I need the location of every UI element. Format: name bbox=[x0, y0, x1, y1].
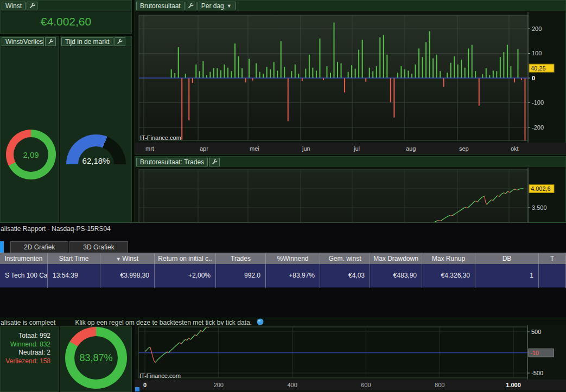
column-header-trades[interactable]: Trades bbox=[216, 253, 266, 265]
row-cell-pct-winnend[interactable]: +83,97% bbox=[266, 264, 320, 288]
row-cell-gem-winst[interactable]: €4,03 bbox=[320, 264, 370, 288]
panel-daily-result: Brutoresultaat Per dag ▼ IT-Finance.comm… bbox=[135, 0, 566, 155]
period-dropdown[interactable]: Per dag ▼ bbox=[198, 2, 236, 10]
report-result-row[interactable]: S Tech 100 Ca..13:54:39€3.998,30+2,00%99… bbox=[0, 264, 566, 288]
backtest-app: Winst €4.002,60 Winst/Verlies... 2,09 Ti… bbox=[0, 0, 566, 392]
axis-tick-label: 200 bbox=[214, 382, 224, 388]
chevron-down-icon: ▼ bbox=[227, 3, 232, 9]
axis-tick-label: 400 bbox=[287, 382, 297, 388]
column-header-db[interactable]: DB bbox=[475, 253, 539, 265]
equity-trades-line-chart[interactable]: 3.5004.002,6 bbox=[135, 168, 566, 223]
report-tabs: 2D Grafiek3D Grafiek bbox=[0, 241, 129, 253]
winloss-ratio-value: 2,09 bbox=[23, 150, 39, 159]
row-cell-return-initial[interactable]: +2,00% bbox=[155, 264, 216, 288]
trade-stats-list: Totaal: 992Winnend: 832Neutraal: 2Verlie… bbox=[1, 332, 55, 365]
svg-text:-10: -10 bbox=[530, 350, 539, 356]
wrench-icon[interactable] bbox=[115, 37, 125, 46]
panel-equity-trades-header: Brutoresultaat: Trades bbox=[135, 157, 565, 168]
column-header-max-runup[interactable]: Max Runup bbox=[422, 253, 475, 265]
axis-tick-label: 100 bbox=[532, 50, 542, 56]
wrench-icon[interactable] bbox=[186, 2, 196, 10]
time-in-market-gauge: 62,18% bbox=[66, 134, 126, 165]
row-cell-max-drawdown[interactable]: €483,90 bbox=[370, 264, 422, 288]
tab-2d-grafiek[interactable]: 2D Grafiek bbox=[10, 241, 68, 253]
row-cell-winst[interactable]: €3.998,30 bbox=[100, 264, 155, 288]
column-header-return-initial[interactable]: Return on initial c.. bbox=[155, 253, 216, 265]
column-header-max-drawdown[interactable]: Max Drawdown bbox=[370, 253, 422, 265]
stat-neutraal: Neutraal: 2 bbox=[1, 349, 55, 357]
total-profit-value: €4.002,60 bbox=[1, 15, 131, 28]
win-percentage-donut: 83,87% bbox=[65, 327, 127, 389]
month-label: okt bbox=[511, 145, 519, 152]
sort-desc-icon: ▼ bbox=[116, 256, 122, 262]
month-label: jul bbox=[353, 145, 360, 152]
backtest-equity-line-chart[interactable]: IT-Finance.com02004006008001.000500-500-… bbox=[135, 325, 566, 392]
row-cell-start-time[interactable]: 13:54:39 bbox=[48, 264, 100, 288]
daily-result-bar-chart[interactable]: IT-Finance.commrtaprmeijunjulaugsepokt20… bbox=[135, 12, 566, 155]
wrench-icon[interactable] bbox=[45, 37, 56, 46]
panel-equity-trades: Brutoresultaat: Trades 3.5004.002,6 bbox=[135, 156, 566, 222]
watermark: IT-Finance.com bbox=[140, 134, 181, 141]
column-header-gem-winst[interactable]: Gem. winst bbox=[320, 253, 370, 265]
panel-winloss-title: Winst/Verlies... bbox=[2, 37, 44, 46]
row-cell-trades[interactable]: 992.0 bbox=[216, 264, 266, 288]
column-header-start-time[interactable]: Start Time bbox=[48, 253, 100, 265]
wrench-icon[interactable] bbox=[27, 2, 37, 10]
panel-winloss: Winst/Verlies... 2,09 bbox=[0, 36, 59, 222]
row-cell-db[interactable]: 1 bbox=[475, 264, 539, 288]
row-cell-instrumenten[interactable]: S Tech 100 Ca.. bbox=[0, 264, 48, 288]
svg-text:4.002,6: 4.002,6 bbox=[531, 185, 551, 192]
report-header-row: InstrumentenStart Time▼ WinstReturn on i… bbox=[0, 253, 566, 264]
time-in-market-value: 62,18% bbox=[66, 156, 126, 165]
axis-tick-label: 200 bbox=[532, 25, 542, 32]
row-cell-max-runup[interactable]: €4.326,30 bbox=[422, 264, 475, 288]
axis-tick-label: 600 bbox=[361, 382, 371, 388]
month-label: jun bbox=[302, 145, 310, 152]
axis-tick-label: 800 bbox=[435, 382, 444, 388]
panel-time-in-market: Tijd in de markt 62,18% bbox=[60, 36, 132, 222]
axis-tick-label: 3.500 bbox=[532, 204, 547, 211]
panel-backtest-equity: IT-Finance.com02004006008001.000500-500-… bbox=[135, 325, 566, 392]
panel-time-in-market-title: Tijd in de markt bbox=[61, 37, 113, 46]
winloss-ratio-donut: 2,09 bbox=[6, 130, 56, 179]
month-label: sep bbox=[459, 145, 469, 152]
axis-tick-label: -500 bbox=[531, 370, 543, 376]
period-dropdown-value: Per dag bbox=[201, 2, 224, 10]
report-title: alisatie Rapport - Nasdaq-PS-15RS04 bbox=[1, 225, 111, 233]
panel-winst-header: Winst bbox=[1, 1, 131, 11]
column-header-t[interactable]: T bbox=[539, 253, 566, 265]
column-header-winst[interactable]: ▼ Winst bbox=[100, 253, 155, 265]
month-label: mrt bbox=[145, 145, 154, 152]
panel-equity-trades-title: Brutoresultaat: Trades bbox=[136, 158, 208, 166]
status-complete-text: alisatie is compleet bbox=[1, 319, 55, 326]
panel-daily-result-title: Brutoresultaat bbox=[136, 2, 185, 10]
column-header-pct-winnend[interactable]: %Winnend bbox=[266, 253, 320, 265]
tab-3d-grafiek[interactable]: 3D Grafiek bbox=[69, 241, 128, 253]
optimization-report: alisatie Rapport - Nasdaq-PS-15RS04 2D G… bbox=[0, 222, 566, 318]
watermark: IT-Finance.com bbox=[139, 372, 181, 379]
axis-tick-label: 0 bbox=[532, 75, 535, 81]
svg-text:40,25: 40,25 bbox=[531, 65, 546, 72]
axis-tick-label: -200 bbox=[532, 124, 544, 131]
panel-daily-result-header: Brutoresultaat Per dag ▼ bbox=[135, 1, 565, 11]
stat-verliezend: Verliezend: 158 bbox=[1, 357, 55, 366]
panel-winst-title: Winst bbox=[2, 2, 26, 10]
panel-time-in-market-header: Tijd in de markt bbox=[60, 36, 131, 47]
wrench-icon[interactable] bbox=[209, 158, 220, 166]
panel-win-percentage: 83,87% bbox=[60, 326, 132, 392]
axis-tick-label: -100 bbox=[532, 99, 544, 106]
axis-tick-label: 1.000 bbox=[506, 382, 521, 388]
chart-tool-icon[interactable] bbox=[135, 387, 139, 391]
panel-trade-stats: Totaal: 992Winnend: 832Neutraal: 2Verlie… bbox=[0, 326, 59, 392]
panel-winst: Winst €4.002,60 bbox=[0, 0, 132, 34]
axis-tick-label: 500 bbox=[531, 329, 541, 335]
row-cell-t[interactable] bbox=[539, 264, 566, 288]
axis-tick-label: 0 bbox=[143, 382, 147, 388]
stat-totaal: Totaal: 992 bbox=[1, 332, 55, 340]
column-header-instrumenten[interactable]: Instrumenten bbox=[0, 253, 48, 265]
x-axis-strip bbox=[135, 380, 566, 390]
tab-partial-blue[interactable] bbox=[0, 241, 4, 253]
month-label: mei bbox=[250, 145, 259, 152]
month-label: apr bbox=[200, 145, 208, 152]
stat-winnend: Winnend: 832 bbox=[1, 340, 55, 349]
